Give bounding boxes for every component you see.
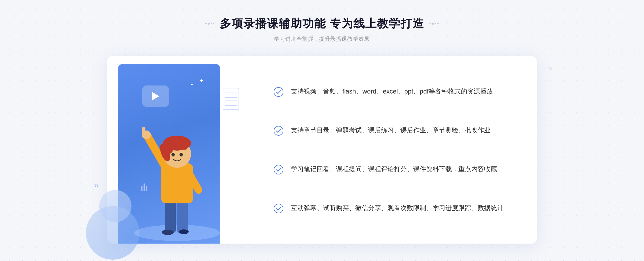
illustration-figure xyxy=(113,83,241,244)
illustration-area: ✦ ✦ » xyxy=(107,56,247,244)
svg-point-22 xyxy=(193,163,194,164)
page-wrapper: 多项录播课辅助功能 专为线上教学打造 学习进度全掌握，提升录播课教学效果 ✦ ✦ xyxy=(0,0,644,261)
svg-rect-48 xyxy=(141,186,142,191)
svg-point-32 xyxy=(162,230,174,235)
svg-point-56 xyxy=(274,87,283,96)
header-subtitle: 学习进度全掌握，提升录播课教学效果 xyxy=(205,35,439,43)
svg-point-57 xyxy=(274,126,283,135)
header-title-row: 多项录播课辅助功能 专为线上教学打造 xyxy=(205,16,439,31)
feature-text-1: 支持视频、音频、flash、word、excel、ppt、pdf等各种格式的资源… xyxy=(291,86,493,97)
feature-text-4: 互动弹幕、试听购买、微信分享、观看次数限制、学习进度跟踪、数据统计 xyxy=(291,203,503,214)
check-icon-2 xyxy=(274,126,283,136)
feature-item-2: 支持章节目录、弹题考试、课后练习、课后作业、章节测验、批改作业 xyxy=(274,120,515,141)
main-card: ✦ ✦ » xyxy=(107,56,537,244)
svg-point-42 xyxy=(182,139,188,150)
decorative-dots-right xyxy=(430,23,439,25)
svg-point-59 xyxy=(274,204,283,213)
feature-item-4: 互动弹幕、试听购买、微信分享、观看次数限制、学习进度跟踪、数据统计 xyxy=(274,197,515,219)
svg-point-45 xyxy=(180,153,183,156)
svg-point-44 xyxy=(171,153,175,156)
feature-text-2: 支持章节目录、弹题考试、课后练习、课后作业、章节测验、批改作业 xyxy=(291,125,491,136)
svg-point-33 xyxy=(179,229,189,234)
svg-rect-47 xyxy=(146,186,147,191)
svg-rect-46 xyxy=(144,183,145,191)
check-icon-3 xyxy=(274,165,283,174)
check-icon-1 xyxy=(274,87,283,97)
feature-text-3: 学习笔记回看、课程提问、课程评论打分、课件资料下载，重点内容收藏 xyxy=(291,164,497,175)
svg-point-58 xyxy=(274,165,283,174)
feature-item-1: 支持视频、音频、flash、word、excel、ppt、pdf等各种格式的资源… xyxy=(274,81,515,102)
header: 多项录播课辅助功能 专为线上教学打造 学习进度全掌握，提升录播课教学效果 xyxy=(205,16,439,43)
chevron-right-icon: » xyxy=(548,64,553,73)
svg-rect-38 xyxy=(142,127,145,137)
deco-lines xyxy=(223,88,239,111)
feature-item-3: 学习笔记回看、课程提问、课程评论打分、课件资料下载，重点内容收藏 xyxy=(274,158,515,180)
check-icon-4 xyxy=(274,204,283,213)
chevron-left-icon: » xyxy=(94,180,99,190)
svg-rect-49 xyxy=(223,88,239,110)
content-area: 支持视频、音频、flash、word、excel、ppt、pdf等各种格式的资源… xyxy=(247,56,537,244)
page-title: 多项录播课辅助功能 专为线上教学打造 xyxy=(220,16,424,31)
decorative-dots-left xyxy=(205,23,214,25)
